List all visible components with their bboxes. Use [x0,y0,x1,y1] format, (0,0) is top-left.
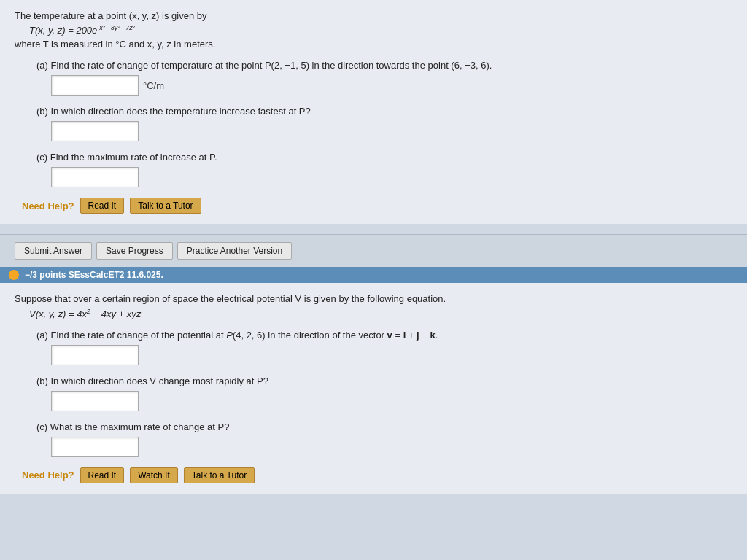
problem10-watch-it-button[interactable]: Watch It [130,467,178,483]
problem10-intro: Suppose that over a certain region of sp… [15,293,732,304]
problem10-part-c-input-row [51,437,732,457]
problem9-part-a-unit: °C/m [143,80,164,91]
problem9-part-a-input-row: °C/m [51,75,732,96]
problem9-section: The temperature at a point (x, y, z) is … [0,0,747,224]
problem10-circle-icon [9,270,19,280]
problem10-part-b-question: (b) In which direction does V change mos… [36,376,732,386]
problem10-read-it-button[interactable]: Read It [80,467,125,483]
save-progress-button[interactable]: Save Progress [96,242,173,260]
problem10-section: Suppose that over a certain region of sp… [0,283,747,493]
problem10-part-a-input-row [51,345,732,365]
problem9-part-c-input[interactable] [51,167,139,187]
problem10-formula: V(x, y, z) = 4x2 − 4xy + xyz [29,307,732,319]
problem10-need-help-label: Need Help? [22,470,74,481]
problem10-need-help-row: Need Help? Read It Watch It Talk to a Tu… [22,467,732,483]
problem10-part-b-input-row [51,391,732,411]
submit-answer-button[interactable]: Submit Answer [15,242,92,260]
problem9-part-a-input[interactable] [51,75,139,96]
problem10-part-b-input[interactable] [51,391,139,411]
problem9-need-help-row: Need Help? Read It Talk to a Tutor [22,198,732,214]
practice-another-button[interactable]: Practice Another Version [177,242,292,260]
action-bar: Submit Answer Save Progress Practice Ano… [0,234,747,267]
problem10-part-c-question: (c) What is the maximum rate of change a… [36,421,732,432]
problem10-part-a-question: (a) Find the rate of change of the poten… [36,330,732,341]
problem9-talk-tutor-button[interactable]: Talk to a Tutor [130,198,201,214]
problem9-need-help-label: Need Help? [22,201,74,211]
problem9-intro: The temperature at a point (x, y, z) is … [15,10,732,21]
problem10-title: −/3 points SEssCalcET2 11.6.025. [25,270,163,280]
problem9-part-b-input[interactable] [51,121,139,141]
problem9-part-a-question: (a) Find the rate of change of temperatu… [36,60,732,71]
problem10-talk-tutor-button[interactable]: Talk to a Tutor [184,467,255,483]
problem10-title-bar: −/3 points SEssCalcET2 11.6.025. [0,267,747,283]
problem9-units: where T is measured in °C and x, y, z in… [15,39,732,50]
problem10-part-a-input[interactable] [51,345,139,365]
problem9-formula: T(x, y, z) = 200e-x² - 3y² - 7z² [29,24,732,36]
problem9-part-b-input-row [51,121,732,141]
problem10-part-c-input[interactable] [51,437,139,457]
problem9-part-b-question: (b) In which direction does the temperat… [36,106,732,117]
problem9-read-it-button[interactable]: Read It [80,198,125,214]
page-wrapper: The temperature at a point (x, y, z) is … [0,0,747,560]
problem9-part-c-input-row [51,167,732,187]
problem9-part-c-question: (c) Find the maximum rate of increase at… [36,152,732,163]
